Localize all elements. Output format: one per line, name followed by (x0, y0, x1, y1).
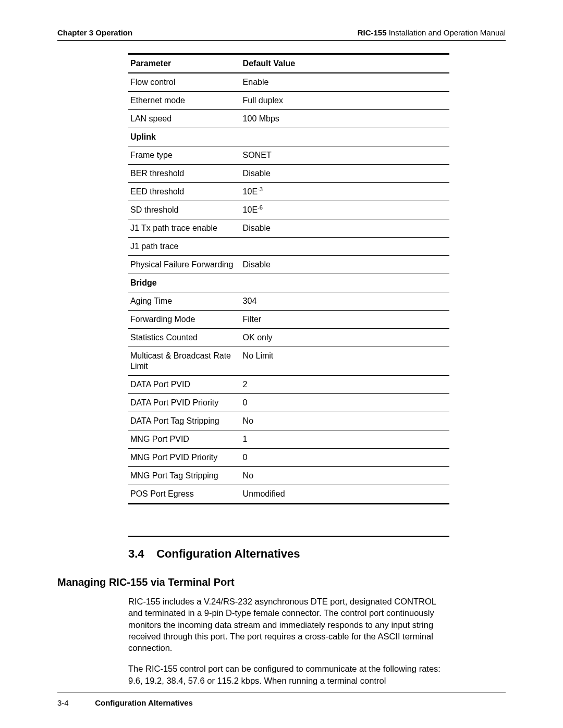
table-header-parameter: Parameter (128, 54, 241, 73)
table-cell-parameter: MNG Port PVID Priority (128, 449, 241, 467)
table-row: Bridge (128, 274, 449, 292)
section-rule (128, 536, 449, 537)
table-cell-value: 10E-6 (241, 201, 449, 219)
table-cell-parameter: SD threshold (128, 201, 241, 219)
table-cell-value: Disable (241, 256, 449, 274)
table-row: Forwarding ModeFilter (128, 311, 449, 329)
table-cell-parameter: POS Port Egress (128, 485, 241, 504)
header-right-rest: Installation and Operation Manual (387, 28, 506, 37)
table-cell-value: OK only (241, 329, 449, 347)
table-row: SD threshold10E-6 (128, 201, 449, 219)
table-cell-value: 100 Mbps (241, 110, 449, 128)
table-row: Flow controlEnable (128, 73, 449, 92)
header-left: Chapter 3 Operation (57, 28, 132, 37)
table-cell-parameter: Frame type (128, 146, 241, 165)
page-footer: 3-4 Configuration Alternatives (57, 693, 506, 707)
parameters-table: Parameter Default Value Flow controlEnab… (128, 53, 449, 504)
table-cell-parameter: BER threshold (128, 165, 241, 183)
table-row: MNG Port PVID1 (128, 430, 449, 449)
table-cell-value: Disable (241, 219, 449, 238)
table-cell-parameter: Ethernet mode (128, 92, 241, 110)
section-title: Configuration Alternatives (156, 547, 300, 560)
running-header: Chapter 3 Operation RIC-155 Installation… (57, 28, 506, 41)
footer-title: Configuration Alternatives (95, 698, 193, 707)
table-cell-value: Full duplex (241, 92, 449, 110)
table-row: Physical Failure ForwardingDisable (128, 256, 449, 274)
table-row: Ethernet modeFull duplex (128, 92, 449, 110)
header-right-bold: RIC-155 (358, 28, 387, 37)
table-cell-value: 304 (241, 292, 449, 311)
table-row: Statistics CountedOK only (128, 329, 449, 347)
table-row: LAN speed100 Mbps (128, 110, 449, 128)
table-cell-value (241, 238, 449, 256)
table-cell-parameter: Forwarding Mode (128, 311, 241, 329)
table-cell-value: Unmodified (241, 485, 449, 504)
table-row: Frame typeSONET (128, 146, 449, 165)
table-cell-value: Enable (241, 73, 449, 92)
table-header-default-value: Default Value (241, 54, 449, 73)
table-cell-parameter: J1 path trace (128, 238, 241, 256)
table-cell-parameter: MNG Port PVID (128, 430, 241, 449)
table-cell-parameter: MNG Port Tag Stripping (128, 467, 241, 485)
table-cell-parameter: Statistics Counted (128, 329, 241, 347)
table-row: Multicast & Broadcast Rate LimitNo Limit (128, 347, 449, 376)
footer-page-number: 3-4 (57, 698, 93, 707)
table-row: J1 path trace (128, 238, 449, 256)
table-row: DATA Port Tag StrippingNo (128, 412, 449, 430)
table-cell-parameter: DATA Port PVID Priority (128, 394, 241, 412)
table-section-cell: Uplink (128, 128, 449, 146)
table-cell-parameter: DATA Port PVID (128, 376, 241, 394)
table-cell-value: Disable (241, 165, 449, 183)
table-row: BER thresholdDisable (128, 165, 449, 183)
body-paragraph-1: RIC-155 includes a V.24/RS-232 asynchron… (128, 596, 449, 653)
table-cell-value: 10E-3 (241, 183, 449, 201)
table-row: MNG Port PVID Priority0 (128, 449, 449, 467)
table-row: DATA Port PVID2 (128, 376, 449, 394)
header-right: RIC-155 Installation and Operation Manua… (358, 28, 506, 37)
section-heading: 3.4 Configuration Alternatives (128, 547, 506, 561)
table-row: MNG Port Tag StrippingNo (128, 467, 449, 485)
table-row: POS Port EgressUnmodified (128, 485, 449, 504)
table-cell-value: 0 (241, 394, 449, 412)
table-cell-value: Filter (241, 311, 449, 329)
table-cell-value: 1 (241, 430, 449, 449)
table-cell-parameter: J1 Tx path trace enable (128, 219, 241, 238)
table-row: Aging Time304 (128, 292, 449, 311)
table-cell-parameter: DATA Port Tag Stripping (128, 412, 241, 430)
table-section-cell: Bridge (128, 274, 449, 292)
table-row: DATA Port PVID Priority0 (128, 394, 449, 412)
table-cell-value: No (241, 467, 449, 485)
table-cell-value: No (241, 412, 449, 430)
table-row: EED threshold10E-3 (128, 183, 449, 201)
table-cell-value: SONET (241, 146, 449, 165)
table-cell-parameter: Flow control (128, 73, 241, 92)
table-cell-parameter: Multicast & Broadcast Rate Limit (128, 347, 241, 376)
subsection-heading: Managing RIC-155 via Terminal Port (57, 576, 506, 588)
table-cell-value: 2 (241, 376, 449, 394)
table-row: Uplink (128, 128, 449, 146)
table-cell-parameter: Physical Failure Forwarding (128, 256, 241, 274)
table-row: J1 Tx path trace enableDisable (128, 219, 449, 238)
table-cell-parameter: EED threshold (128, 183, 241, 201)
table-cell-parameter: Aging Time (128, 292, 241, 311)
table-cell-value: 0 (241, 449, 449, 467)
table-cell-parameter: LAN speed (128, 110, 241, 128)
section-number: 3.4 (128, 547, 153, 561)
body-paragraph-2: The RIC-155 control port can be configur… (128, 663, 449, 686)
table-cell-value: No Limit (241, 347, 449, 376)
